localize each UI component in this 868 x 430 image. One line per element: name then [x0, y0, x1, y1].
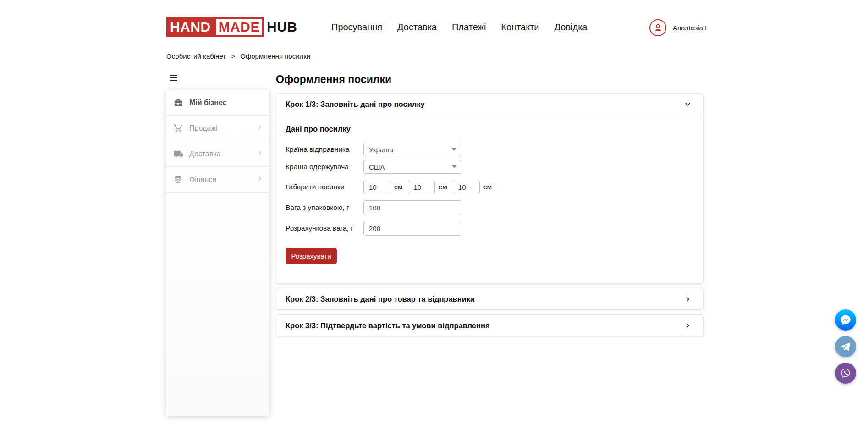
- sidebar-item-label: Продажі: [189, 124, 217, 132]
- dimension-height-input[interactable]: [453, 180, 480, 194]
- truck-icon: [173, 149, 183, 159]
- step-1-card: Крок 1/3: Заповніть дані про посилку Дан…: [276, 93, 704, 284]
- parcel-data-section-title: Дані про посилку: [286, 125, 694, 133]
- nav-item-delivery[interactable]: Доставка: [397, 22, 437, 33]
- dimension-unit: см: [394, 183, 402, 191]
- sidebar-item-my-business[interactable]: Мій бізнес: [166, 90, 269, 116]
- step-2-title: Крок 2/3: Заповніть дані про товар та ві…: [286, 295, 474, 303]
- recipient-country-label: Країна одержувача: [286, 163, 363, 171]
- chevron-right-icon: [684, 322, 692, 330]
- viber-button[interactable]: [835, 363, 856, 384]
- chevron-right-icon: [257, 150, 263, 158]
- nav-item-payments[interactable]: Платежі: [452, 22, 486, 33]
- nav-item-contacts[interactable]: Контакти: [501, 22, 539, 33]
- breadcrumb-personal-cabinet[interactable]: Особистий кабінет: [166, 52, 226, 60]
- sender-country-label: Країна відправника: [286, 145, 363, 154]
- cart-icon: [173, 123, 183, 133]
- select-arrow-icon: [452, 165, 456, 168]
- telegram-icon: [840, 341, 852, 353]
- weight-calculated-input[interactable]: [363, 221, 461, 236]
- dimension-length-input[interactable]: [363, 180, 390, 194]
- sidebar: Мій бізнес Продажі Доставка Фінанси: [166, 90, 269, 416]
- sidebar-item-sales[interactable]: Продажі: [166, 116, 269, 141]
- sidebar-toggle-hamburger-icon[interactable]: [170, 75, 177, 83]
- sender-country-select[interactable]: Україна: [363, 143, 461, 156]
- chevron-right-icon: [257, 124, 263, 132]
- calculate-button[interactable]: Розрахувати: [286, 248, 337, 264]
- sender-country-value: Україна: [369, 146, 393, 154]
- step-2-header[interactable]: Крок 2/3: Заповніть дані про товар та ві…: [276, 288, 703, 310]
- viber-icon: [840, 367, 852, 379]
- nav-item-promotion[interactable]: Просування: [331, 22, 382, 33]
- dimension-width-input[interactable]: [408, 180, 435, 194]
- recipient-country-select[interactable]: США: [363, 160, 461, 174]
- chevron-down-icon: [684, 100, 692, 108]
- briefcase-icon: [173, 98, 183, 108]
- logo-part-hand: HAND: [166, 17, 214, 37]
- sidebar-item-label: Мій бізнес: [189, 99, 227, 107]
- logo-part-made: MADE: [214, 17, 264, 37]
- weight-packed-label: Вага з упаковкою, г: [286, 204, 363, 212]
- page: HAND MADE HUB Просування Доставка Платеж…: [0, 0, 868, 430]
- sidebar-item-finances[interactable]: Фінанси: [166, 167, 269, 193]
- breadcrumb-current: Оформлення посилки: [240, 52, 310, 60]
- sidebar-item-delivery[interactable]: Доставка: [166, 141, 269, 167]
- chevron-right-icon: [684, 295, 692, 303]
- nav-item-help[interactable]: Довідка: [555, 22, 588, 33]
- handmade-hub-logo[interactable]: HAND MADE HUB: [166, 17, 297, 37]
- dimension-unit: см: [439, 183, 447, 191]
- step-2-card: Крок 2/3: Заповніть дані про товар та ві…: [276, 288, 704, 310]
- dimensions-label: Габарити посилки: [286, 183, 363, 191]
- sidebar-item-label: Доставка: [189, 150, 221, 158]
- main-nav: Просування Доставка Платежі Контакти Дов…: [331, 22, 588, 33]
- messenger-icon: [840, 314, 852, 326]
- breadcrumb: Особистий кабінет > Оформлення посилки: [166, 52, 310, 60]
- select-arrow-icon: [452, 148, 456, 151]
- step-3-title: Крок 3/3: Підтвердьте вартість та умови …: [286, 321, 490, 330]
- step-3-card: Крок 3/3: Підтвердьте вартість та умови …: [276, 314, 704, 336]
- dimension-unit: см: [483, 183, 492, 191]
- step-1-header[interactable]: Крок 1/3: Заповніть дані про посилку: [276, 94, 703, 115]
- step-3-header[interactable]: Крок 3/3: Підтвердьте вартість та умови …: [276, 315, 703, 336]
- account-button[interactable]: Anastasia I: [649, 19, 707, 36]
- breadcrumb-separator: >: [231, 52, 235, 60]
- sidebar-item-label: Фінанси: [189, 176, 216, 184]
- user-name: Anastasia I: [673, 24, 707, 32]
- user-avatar-icon: [649, 19, 666, 36]
- telegram-button[interactable]: [835, 336, 856, 357]
- weight-packed-input[interactable]: [363, 200, 461, 215]
- step-1-body: Дані про посилку Країна відправника Укра…: [276, 115, 703, 264]
- logo-part-hub: HUB: [264, 17, 297, 37]
- chevron-right-icon: [257, 176, 263, 184]
- weight-calculated-label: Розрахункова вага, г: [286, 224, 363, 232]
- messenger-button[interactable]: [835, 309, 856, 331]
- step-1-title: Крок 1/3: Заповніть дані про посилку: [286, 100, 425, 109]
- coins-icon: [173, 175, 183, 185]
- recipient-country-value: США: [369, 163, 385, 171]
- page-title: Оформлення посилки: [276, 73, 391, 86]
